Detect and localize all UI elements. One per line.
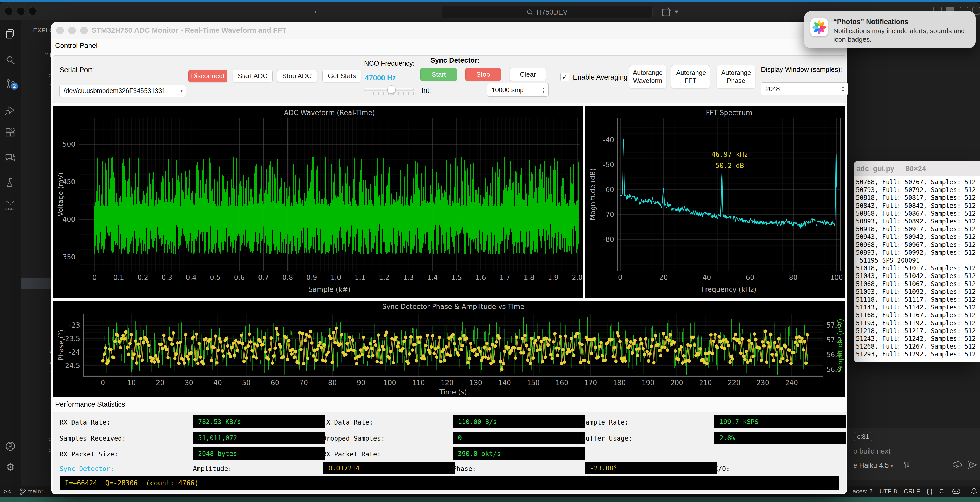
copilot-icon[interactable]: [952, 488, 960, 495]
stat-value: 199.7 kSPS: [714, 416, 846, 428]
chat-icon[interactable]: [4, 152, 17, 164]
display-window-spinner[interactable]: 2048 ▲▼: [761, 83, 848, 96]
svg-text:0.4: 0.4: [186, 274, 196, 282]
svg-text:-24.5: -24.5: [63, 362, 80, 370]
extensions-icon[interactable]: [4, 126, 17, 139]
slider-tick: [374, 92, 374, 95]
notification-banner[interactable]: “Photos” Notifications Notifications may…: [804, 11, 975, 48]
statusbar-item[interactable]: C: [939, 488, 944, 495]
autorange-phase-button[interactable]: Autorange Phase: [717, 65, 756, 88]
adc-monitor-window: STM32H750 ADC Monitor - Real-Time Wavefo…: [51, 22, 847, 494]
enable-averaging-checkbox[interactable]: ✓: [560, 73, 569, 81]
slider-tick: [398, 92, 399, 95]
window-minimize-button[interactable]: [68, 27, 76, 35]
statusbar-item[interactable]: CRLF: [904, 488, 920, 495]
stepper-arrows[interactable]: ▲▼: [838, 83, 848, 95]
svg-text:2.0: 2.0: [572, 274, 582, 282]
svg-text:240: 240: [785, 379, 798, 387]
svg-text:0.6: 0.6: [234, 274, 245, 282]
chat-input-placeholder[interactable]: o build next: [853, 447, 890, 455]
settings-gear-icon[interactable]: ⚙: [4, 461, 17, 473]
terminal-line: 50868, Full: 50867, Samples: 512: [856, 210, 979, 217]
account-icon[interactable]: [4, 440, 17, 453]
chat-input-panel[interactable]: c:81 o build next e Haiku 4.5 ▾: [842, 428, 980, 480]
nco-frequency-slider[interactable]: [364, 88, 414, 91]
disconnect-button[interactable]: Disconnect: [188, 70, 227, 83]
browser-zoom-button[interactable]: [29, 7, 37, 15]
svg-text:-50: -50: [603, 161, 614, 169]
tools-icon[interactable]: [902, 462, 910, 469]
chevron-down-icon: ▾: [180, 88, 183, 94]
sync-detector-label: Sync Detector:: [430, 56, 480, 65]
slider-tick: [364, 92, 364, 95]
chevron-down-icon: ▾: [891, 463, 893, 469]
address-bar[interactable]: H750DEV: [442, 6, 653, 18]
compose-icon[interactable]: [662, 7, 673, 18]
terminal-line: 50993, Full: 50992, Samples: 512: [856, 249, 979, 257]
svg-text:70: 70: [299, 379, 308, 387]
svg-text:0: 0: [92, 274, 97, 282]
svg-text:120: 120: [441, 379, 454, 387]
statusbar-item[interactable]: aces: 2: [853, 488, 872, 495]
sync-start-button[interactable]: Start: [420, 68, 457, 81]
stm32-extension-icon[interactable]: STM32: [4, 199, 17, 212]
search-icon: [527, 9, 533, 16]
get-stats-button[interactable]: Get Stats: [323, 70, 361, 83]
nco-frequency-value: 47000 Hz: [365, 74, 396, 82]
chevron-down-icon[interactable]: ▾: [675, 8, 678, 15]
window-close-button[interactable]: [56, 27, 64, 35]
serial-port-label: Serial Port:: [60, 66, 94, 74]
terminal-line: 50968, Full: 50967, Samples: 512: [856, 241, 979, 249]
search-icon[interactable]: [4, 54, 17, 66]
adc-waveform-plot: ADC Waveform (Real-Time)00.10.20.30.40.5…: [53, 106, 583, 298]
bell-icon[interactable]: [970, 488, 977, 495]
git-branch-label[interactable]: main*: [27, 488, 43, 495]
svg-text:60: 60: [746, 274, 754, 282]
source-control-icon[interactable]: 2: [4, 78, 17, 90]
nco-interval-spinner[interactable]: 10000 smp ▲▼: [487, 83, 549, 97]
autorange-waveform-button[interactable]: Autorange Waveform: [629, 65, 667, 88]
terminal-output[interactable]: 50768, Full: 50767, Samples: 51250793, F…: [856, 178, 979, 359]
debug-icon[interactable]: [4, 104, 17, 116]
svg-text:130: 130: [469, 379, 482, 387]
statusbar-item[interactable]: { }: [927, 488, 932, 495]
amplitude-label: Amplitude:: [193, 465, 232, 472]
stat-value: 2048 bytes: [193, 447, 325, 460]
autorange-fft-button[interactable]: Autorange FFT: [671, 65, 710, 88]
browser-close-button[interactable]: [5, 7, 13, 15]
sync-clear-button[interactable]: Clear: [510, 68, 546, 81]
svg-text:Sync Detector Phase & Amplitud: Sync Detector Phase & Amplitude vs Time: [382, 303, 524, 311]
svg-text:-23: -23: [69, 321, 80, 329]
svg-text:Frequency (kHz): Frequency (kHz): [702, 285, 756, 293]
test-flask-icon[interactable]: [4, 176, 17, 189]
terminal-line: 51293, Full: 51292, Samples: 512: [856, 351, 979, 358]
svg-text:1.0: 1.0: [331, 274, 341, 282]
svg-text:Sample (k#): Sample (k#): [309, 285, 351, 293]
sync-stop-button[interactable]: Stop: [465, 68, 501, 81]
chat-context-chip[interactable]: c:81: [854, 432, 872, 441]
terminal-line: 51093, Full: 51092, Samples: 512: [856, 288, 979, 296]
svg-text:40: 40: [213, 379, 222, 387]
terminal-line: =51195 SPS=200091: [856, 257, 979, 265]
stepper-arrows[interactable]: ▲▼: [539, 83, 548, 96]
statusbar-item[interactable]: UTF-8: [879, 488, 897, 495]
svg-text:200: 200: [670, 379, 683, 387]
svg-text:0.2: 0.2: [137, 274, 148, 282]
remote-indicator[interactable]: ><: [4, 488, 11, 495]
stop-adc-button[interactable]: Stop ADC: [277, 70, 317, 83]
browser-minimize-button[interactable]: [17, 7, 25, 15]
svg-text:0.1: 0.1: [113, 274, 124, 282]
forward-icon[interactable]: →: [328, 6, 337, 15]
back-icon[interactable]: ←: [313, 6, 322, 15]
slider-tick: [369, 92, 369, 95]
window-zoom-button[interactable]: [80, 27, 88, 35]
start-adc-button[interactable]: Start ADC: [232, 70, 273, 83]
svg-text:100: 100: [383, 379, 396, 387]
explorer-icon[interactable]: [4, 27, 17, 40]
chat-model-selector[interactable]: e Haiku 4.5 ▾: [853, 462, 893, 470]
send-icon[interactable]: [968, 461, 978, 469]
stat-value: 2.8%: [714, 432, 846, 444]
serial-port-select[interactable]: /dev/cu.usbmodem326F345531331 ▾: [59, 85, 186, 97]
display-window-label: Display Window (samples):: [761, 65, 842, 73]
cloud-send-icon[interactable]: [952, 461, 964, 469]
